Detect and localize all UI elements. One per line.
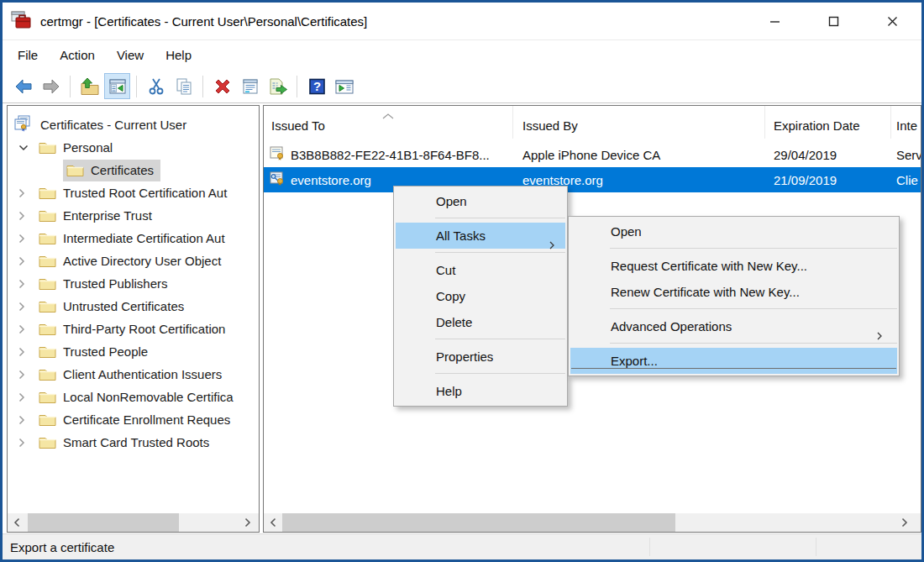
delete-button[interactable] xyxy=(209,73,235,99)
scroll-right-arrow[interactable] xyxy=(240,513,255,532)
tree-item-enterprise-trust[interactable]: Enterprise Trust xyxy=(8,204,259,227)
help-icon: ? xyxy=(307,76,327,97)
tree-item-trusted-publishers[interactable]: Trusted Publishers xyxy=(8,272,259,295)
chevron-right-icon[interactable] xyxy=(18,234,29,244)
menu-file[interactable]: File xyxy=(7,44,49,66)
chevron-right-icon[interactable] xyxy=(18,392,29,402)
tree-item-client-auth-issuers[interactable]: Client Authentication Issuers xyxy=(8,363,259,386)
tree-item-third-party-root[interactable]: Third-Party Root Certification xyxy=(8,318,259,340)
tree-item-trusted-root[interactable]: Trusted Root Certification Aut xyxy=(8,181,259,204)
context-menu-properties[interactable]: Properties xyxy=(396,344,565,370)
context-menu-all-tasks[interactable]: All Tasks xyxy=(396,223,565,249)
submenu-advanced-operations[interactable]: Advanced Operations xyxy=(570,313,897,339)
menu-separator xyxy=(435,218,565,218)
tree-item-certificates-selected[interactable]: Certificates xyxy=(8,159,259,181)
list-horizontal-scrollbar[interactable] xyxy=(264,513,921,532)
tree-item-certificates-current-user[interactable]: Certificates - Current User xyxy=(8,113,259,136)
submenu-open[interactable]: Open xyxy=(570,218,897,244)
chevron-right-icon[interactable] xyxy=(18,302,29,312)
new-window-button[interactable] xyxy=(331,73,357,99)
chevron-right-icon[interactable] xyxy=(18,188,29,198)
copy-icon xyxy=(174,76,194,97)
export-list-button[interactable] xyxy=(265,73,291,99)
tree-item-local-nonremovable[interactable]: Local NonRemovable Certifica xyxy=(8,386,259,408)
submenu-request-certificate[interactable]: Request Certificate with New Key... xyxy=(570,253,897,279)
scrollbar-thumb[interactable] xyxy=(282,513,675,532)
tree-item-trusted-people[interactable]: Trusted People xyxy=(8,340,259,363)
scrollbar-thumb[interactable] xyxy=(28,513,179,532)
menu-bar: File Action View Help xyxy=(3,40,921,70)
title-bar[interactable]: certmgr - [Certificates - Current User\P… xyxy=(3,3,921,40)
folder-icon xyxy=(39,185,56,202)
statusbar-separator xyxy=(816,538,816,556)
tree-item-label: Trusted People xyxy=(63,344,148,359)
show-console-tree-button[interactable] xyxy=(104,73,130,99)
column-header-intended-purposes[interactable]: Inte xyxy=(891,106,921,139)
certificates-console-icon xyxy=(13,115,34,134)
scissors-icon xyxy=(146,76,166,97)
scroll-left-arrow[interactable] xyxy=(265,513,281,532)
up-one-level-button[interactable] xyxy=(76,73,102,99)
certificate-row-b3b8b882[interactable]: B3B8B882-FE22-41B1-8F64-BF8... Apple iPh… xyxy=(264,142,921,167)
chevron-right-icon[interactable] xyxy=(18,415,29,425)
context-menu-open[interactable]: Open xyxy=(396,188,565,214)
tree-item-active-directory[interactable]: Active Directory User Object xyxy=(8,249,259,272)
maximize-button[interactable] xyxy=(804,3,863,39)
chevron-right-icon[interactable] xyxy=(18,256,29,266)
issued-by-value: eventstore.org xyxy=(522,173,603,187)
chevron-right-icon[interactable] xyxy=(18,438,29,448)
help-button[interactable]: ? xyxy=(303,73,329,99)
status-bar: Export a certificate xyxy=(3,533,921,559)
scroll-right-arrow[interactable] xyxy=(897,513,912,532)
close-button[interactable] xyxy=(863,3,921,39)
tree-item-cert-enrollment-requests[interactable]: Certificate Enrollment Reques xyxy=(8,408,259,431)
properties-button[interactable] xyxy=(237,73,263,99)
copy-button[interactable] xyxy=(171,73,197,99)
tree-item-untrusted-certificates[interactable]: Untrusted Certificates xyxy=(8,295,259,318)
column-header-issued-by[interactable]: Issued By xyxy=(513,106,765,139)
certmgr-app-icon xyxy=(10,10,34,32)
menu-separator xyxy=(435,252,565,253)
menu-separator xyxy=(610,343,897,344)
context-menu-cut[interactable]: Cut xyxy=(396,257,565,283)
chevron-down-icon[interactable] xyxy=(18,144,29,151)
tree-item-label: Trusted Root Certification Aut xyxy=(63,186,227,200)
submenu-renew-certificate[interactable]: Renew Certificate with New Key... xyxy=(570,279,897,305)
context-menu-help[interactable]: Help xyxy=(396,378,565,404)
chevron-right-icon[interactable] xyxy=(18,279,29,289)
chevron-right-icon[interactable] xyxy=(18,324,29,334)
expiration-value: 21/09/2019 xyxy=(774,173,837,187)
window-controls xyxy=(745,3,921,39)
chevron-right-icon[interactable] xyxy=(18,347,29,357)
submenu-export[interactable]: Export... xyxy=(570,348,897,374)
cut-button[interactable] xyxy=(143,73,169,99)
menu-action[interactable]: Action xyxy=(49,44,106,66)
minimize-button[interactable] xyxy=(745,3,804,39)
menu-help[interactable]: Help xyxy=(155,44,202,66)
toolbar-separator xyxy=(136,76,137,97)
column-header-expiration-date[interactable]: Expiration Date xyxy=(765,106,891,139)
chevron-right-icon[interactable] xyxy=(18,211,29,221)
issued-to-value: eventstore.org xyxy=(291,173,371,187)
certificate-row-eventstore-selected[interactable]: eventstore.org eventstore.org 21/09/2019… xyxy=(264,167,921,192)
menu-separator xyxy=(435,339,565,339)
tree-item-personal[interactable]: Personal xyxy=(8,136,259,159)
tree-horizontal-scrollbar[interactable] xyxy=(8,513,259,532)
forward-arrow-icon xyxy=(41,76,61,97)
chevron-right-icon[interactable] xyxy=(18,370,29,380)
forward-button[interactable] xyxy=(38,73,64,99)
menu-item-label: All Tasks xyxy=(436,228,486,243)
window-title: certmgr - [Certificates - Current User\P… xyxy=(40,14,367,29)
menu-view[interactable]: View xyxy=(106,44,155,66)
tree-item-intermediate[interactable]: Intermediate Certification Aut xyxy=(8,227,259,249)
column-header-issued-to[interactable]: Issued To xyxy=(264,106,513,139)
context-menu-copy[interactable]: Copy xyxy=(396,283,565,309)
context-menu-delete[interactable]: Delete xyxy=(396,309,565,335)
scroll-left-arrow[interactable] xyxy=(9,513,24,532)
purposes-value: Serv xyxy=(896,148,921,162)
back-button[interactable] xyxy=(10,73,36,99)
tree-item-label: Smart Card Trusted Roots xyxy=(63,435,209,449)
tree-item-smart-card-roots[interactable]: Smart Card Trusted Roots xyxy=(8,431,259,454)
menu-item-label: Advanced Operations xyxy=(611,319,732,334)
back-arrow-icon xyxy=(13,76,34,97)
